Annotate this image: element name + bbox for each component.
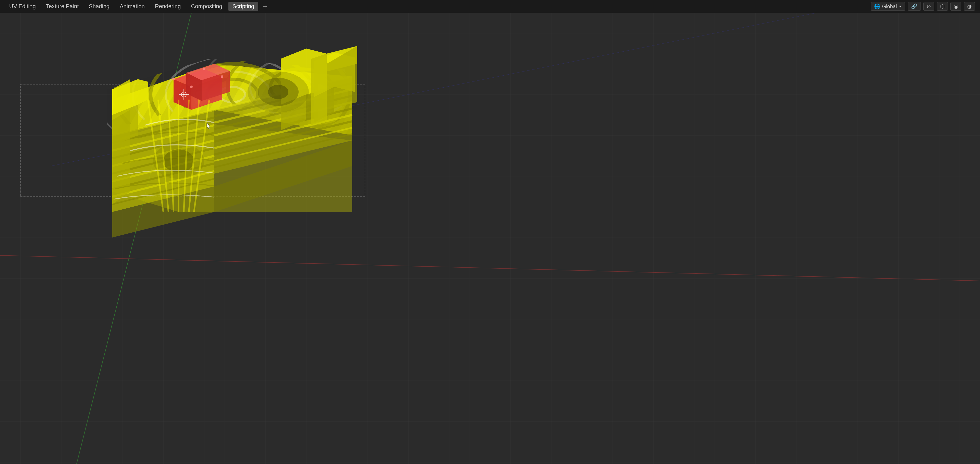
global-icon: 🌐 xyxy=(874,3,880,10)
global-label: Global xyxy=(882,3,897,10)
scene-svg xyxy=(0,13,980,464)
menu-item-scripting[interactable]: Scripting xyxy=(228,2,259,11)
proportional-edit-control[interactable]: ⊙ xyxy=(923,2,934,11)
3d-viewport[interactable] xyxy=(0,13,980,464)
transform-icon: ⬡ xyxy=(940,3,945,10)
global-dropdown-icon: ▼ xyxy=(898,4,902,8)
menu-item-animation[interactable]: Animation xyxy=(116,2,149,11)
svg-rect-6 xyxy=(0,13,980,464)
snap-icon: 🔗 xyxy=(911,3,918,10)
menu-item-texture-paint[interactable]: Texture Paint xyxy=(42,2,83,11)
snap-control[interactable]: 🔗 xyxy=(908,2,921,11)
global-transform-control[interactable]: 🌐 Global ▼ xyxy=(871,2,905,11)
transform-pivot-control[interactable]: ⬡ xyxy=(937,2,948,11)
add-workspace-button[interactable]: + xyxy=(260,2,269,11)
overlay-control[interactable]: ◉ xyxy=(950,2,961,11)
top-menubar: UV Editing Texture Paint Shading Animati… xyxy=(0,0,980,13)
overlay-icon: ◉ xyxy=(954,3,958,10)
menu-item-uv-editing[interactable]: UV Editing xyxy=(5,2,40,11)
menu-item-compositing[interactable]: Compositing xyxy=(187,2,226,11)
3d-scene xyxy=(0,13,980,464)
menu-item-rendering[interactable]: Rendering xyxy=(151,2,185,11)
proportional-icon: ⊙ xyxy=(927,3,931,10)
shading-control[interactable]: ◑ xyxy=(964,2,975,11)
shading-icon: ◑ xyxy=(967,3,972,10)
menu-item-shading[interactable]: Shading xyxy=(85,2,114,11)
